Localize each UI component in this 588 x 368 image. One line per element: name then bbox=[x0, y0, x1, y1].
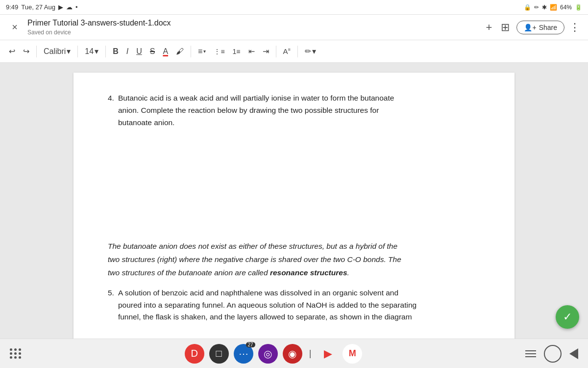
nav-separator: | bbox=[309, 348, 312, 359]
recording-icon: ▶ bbox=[58, 3, 63, 11]
document-title: Primer Tutorial 3-answers-student-1.docx bbox=[27, 19, 478, 27]
item-5-para-1: A solution of benzoic acid and naphthale… bbox=[118, 287, 416, 299]
more-button[interactable]: ⋮ bbox=[569, 21, 580, 34]
item-5-para-3: funnel, the flask is shaken, and the lay… bbox=[118, 311, 416, 323]
messages-badge: 27 bbox=[246, 342, 255, 347]
italic-para-3: two structures of the butanoate anion ar… bbox=[108, 267, 480, 279]
bold-button[interactable]: B bbox=[110, 45, 122, 58]
app-purple-icon[interactable]: ◎ bbox=[258, 344, 278, 364]
add-button[interactable]: + bbox=[484, 19, 494, 36]
font-size: 14 bbox=[85, 47, 94, 56]
strikethrough-button[interactable]: S bbox=[147, 45, 158, 58]
undo-button[interactable]: ↩ bbox=[6, 45, 18, 58]
lock-icon: 🔒 bbox=[524, 4, 531, 11]
youtube-icon[interactable]: ▶ bbox=[318, 344, 338, 364]
bottom-right bbox=[525, 345, 578, 363]
align-button[interactable]: ≡▾ bbox=[195, 45, 209, 58]
dot-2 bbox=[14, 348, 17, 351]
signal-icon: 📶 bbox=[550, 4, 557, 11]
list-item-5: 5. A solution of benzoic acid and naphth… bbox=[108, 287, 480, 323]
grid-button[interactable]: ⊞ bbox=[499, 19, 512, 36]
font-selector[interactable]: Calibri ▾ bbox=[41, 45, 74, 58]
nav-home-button[interactable] bbox=[544, 345, 562, 363]
toolbar-divider-1 bbox=[36, 46, 37, 57]
status-left: 9:49 Tue, 27 Aug ▶ ☁ • bbox=[6, 3, 78, 11]
list-style-button[interactable]: ⋮≡ bbox=[211, 46, 227, 57]
app-files-icon[interactable]: □ bbox=[209, 344, 229, 364]
italic-para-2: two structures (right) where the negativ… bbox=[108, 254, 480, 266]
gmail-icon[interactable]: M bbox=[343, 344, 362, 364]
save-status: Saved on device bbox=[27, 29, 71, 36]
document-page: 4. Butanoic acid is a weak acid and will… bbox=[74, 73, 514, 339]
text-color-button[interactable]: A bbox=[160, 45, 171, 58]
bottom-left bbox=[10, 348, 22, 359]
red2-label: ◉ bbox=[288, 348, 296, 360]
fab-icon: ✓ bbox=[563, 311, 572, 323]
edit-icon: ✏ bbox=[534, 4, 539, 11]
font-name: Calibri bbox=[44, 47, 66, 56]
dot-4 bbox=[10, 352, 12, 355]
app-docs-icon[interactable]: D bbox=[185, 344, 204, 364]
dot-5 bbox=[14, 352, 17, 355]
nav-bars-button[interactable] bbox=[525, 350, 536, 357]
nav-bar-3 bbox=[525, 356, 536, 357]
nav-back-button[interactable] bbox=[569, 348, 578, 359]
item-4-para-3: butanoate anion. bbox=[118, 117, 394, 129]
underline-button[interactable]: U bbox=[133, 45, 145, 58]
pencil-icon: ✏ bbox=[305, 47, 311, 56]
dot-icon: • bbox=[75, 3, 78, 11]
italic-explanation: The butanoate anion does not exist as ei… bbox=[108, 240, 480, 279]
item-4-para-1: Butanoic acid is a weak acid and will pa… bbox=[118, 92, 394, 105]
status-bar: 9:49 Tue, 27 Aug ▶ ☁ • 🔒 ✏ ✱ 📶 64% 🔋 bbox=[0, 0, 588, 15]
indent-button[interactable]: ⇥ bbox=[260, 45, 272, 58]
fab-button[interactable]: ✓ bbox=[556, 305, 579, 329]
title-info: Primer Tutorial 3-answers-student-1.docx… bbox=[27, 19, 478, 36]
dot-3 bbox=[19, 348, 21, 351]
item-number-4: 4. bbox=[108, 92, 114, 129]
edit-mode-button[interactable]: ✏ ▾ bbox=[302, 45, 319, 58]
toolbar-divider-3 bbox=[105, 46, 106, 57]
dot-9 bbox=[19, 356, 21, 359]
drawing-space[interactable] bbox=[108, 132, 480, 240]
nav-bar-2 bbox=[525, 353, 536, 354]
files-label: □ bbox=[216, 348, 222, 359]
doc-area: 4. Butanoic acid is a weak acid and will… bbox=[0, 63, 588, 339]
app-red2-icon[interactable]: ◉ bbox=[283, 344, 302, 364]
share-label: Share bbox=[539, 24, 557, 31]
status-right: 🔒 ✏ ✱ 📶 64% 🔋 bbox=[524, 4, 582, 11]
indent-icon: ⇥ bbox=[263, 47, 269, 56]
list-item-4: 4. Butanoic acid is a weak acid and will… bbox=[108, 92, 480, 129]
toolbar-divider-5 bbox=[276, 46, 276, 57]
dot-8 bbox=[14, 356, 17, 359]
item-number-5: 5. bbox=[108, 287, 114, 323]
status-day: Tue, 27 Aug bbox=[21, 3, 55, 11]
dot-6 bbox=[19, 352, 21, 355]
item-content-5: A solution of benzoic acid and naphthale… bbox=[118, 287, 416, 323]
share-button[interactable]: 👤+ Share bbox=[516, 21, 564, 34]
italic-button[interactable]: I bbox=[123, 45, 131, 58]
status-time: 9:49 bbox=[6, 3, 18, 11]
bottom-nav: D □ ⋯ 27 ◎ ◉ | ▶ M bbox=[0, 339, 588, 368]
item-5-para-2: poured into a separating funnel. An aque… bbox=[118, 299, 416, 312]
purple-label: ◎ bbox=[264, 348, 272, 360]
title-bar: × Primer Tutorial 3-answers-student-1.do… bbox=[0, 15, 588, 40]
paint-button[interactable]: 🖌 bbox=[173, 45, 187, 58]
dot-7 bbox=[10, 356, 12, 359]
toolbar-divider-6 bbox=[297, 46, 298, 57]
numbered-list-button[interactable]: 1≡ bbox=[230, 46, 244, 57]
redo-button[interactable]: ↪ bbox=[20, 45, 32, 58]
docs-label: D bbox=[191, 348, 197, 359]
outdent-button[interactable]: ⇤ bbox=[245, 45, 258, 58]
title-actions: + ⊞ 👤+ Share ⋮ bbox=[484, 19, 580, 36]
bold-resonance: resonance structures bbox=[270, 268, 347, 277]
share-icon: 👤+ bbox=[524, 24, 536, 31]
outdent-icon: ⇤ bbox=[248, 47, 255, 56]
app-drawer-button[interactable] bbox=[10, 348, 22, 359]
format-button[interactable]: A≡ bbox=[280, 45, 294, 57]
toolbar-divider-2 bbox=[77, 46, 78, 57]
app-messages-wrapper: ⋯ 27 bbox=[234, 344, 253, 364]
bottom-center: D □ ⋯ 27 ◎ ◉ | ▶ M bbox=[185, 344, 363, 364]
font-size-selector[interactable]: 14 ▾ bbox=[82, 45, 101, 58]
close-button[interactable]: × bbox=[8, 22, 22, 33]
numbered-list-icon: 1≡ bbox=[233, 48, 241, 55]
